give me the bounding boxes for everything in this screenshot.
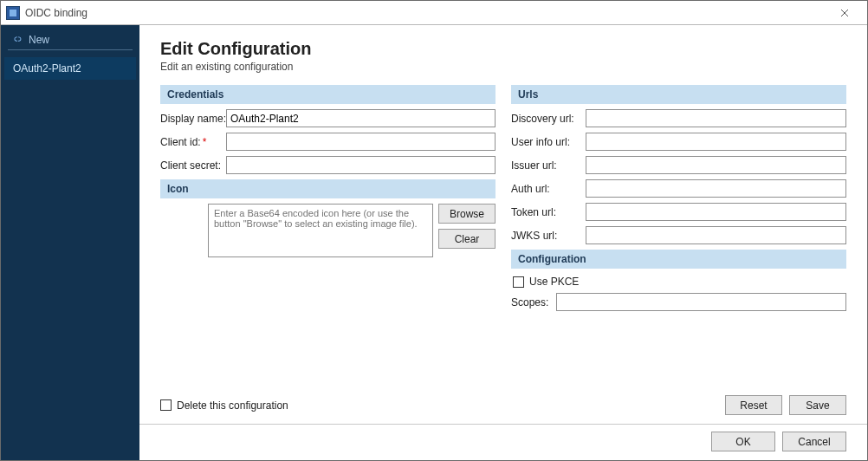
row-use-pkce[interactable]: Use PKCE: [511, 274, 846, 293]
main: Edit Configuration Edit an existing conf…: [139, 25, 867, 460]
client-id-label: Client id:*: [160, 136, 226, 148]
scopes-label: Scopes:: [511, 296, 556, 308]
page-title: Edit Configuration: [160, 39, 846, 59]
userinfo-url-label: User info url:: [511, 136, 586, 148]
titlebar: OIDC binding: [1, 1, 867, 25]
icon-row: Browse Clear: [208, 204, 496, 257]
sidebar: New OAuth2-Plant2: [1, 25, 139, 460]
use-pkce-label: Use PKCE: [529, 276, 579, 288]
clear-button[interactable]: Clear: [438, 229, 496, 249]
issuer-url-label: Issuer url:: [511, 159, 586, 172]
section-credentials-header: Credentials: [160, 85, 496, 104]
required-marker: *: [203, 136, 207, 148]
auth-url-input[interactable]: [586, 179, 846, 198]
token-url-input[interactable]: [586, 203, 846, 221]
sidebar-new-link[interactable]: New: [8, 30, 133, 50]
close-icon: [840, 9, 849, 17]
icon-buttons: Browse Clear: [438, 204, 496, 249]
auth-url-label: Auth url:: [511, 183, 586, 195]
link-icon: [11, 33, 23, 45]
mid-right: Reset Save: [725, 395, 846, 415]
discovery-url-label: Discovery url:: [511, 113, 586, 125]
section-icon-header: Icon: [160, 179, 496, 198]
row-client-secret: Client secret:: [160, 156, 496, 174]
userinfo-url-input[interactable]: [586, 133, 846, 151]
mid-left: Delete this configuration: [160, 399, 725, 412]
client-secret-label: Client secret:: [160, 159, 226, 172]
sidebar-item-oauth2-plant2[interactable]: OAuth2-Plant2: [4, 57, 136, 80]
issuer-url-input[interactable]: [586, 156, 846, 174]
row-scopes: Scopes:: [511, 293, 846, 311]
window-title: OIDC binding: [25, 7, 827, 19]
cancel-button[interactable]: Cancel: [782, 432, 846, 451]
row-icon: Browse Clear: [160, 204, 496, 257]
dialog-window: OIDC binding New OAuth2-Plant2 Edit Conf…: [0, 0, 868, 461]
discovery-url-input[interactable]: [586, 109, 846, 127]
window-close-button[interactable]: [827, 3, 862, 23]
page-subtitle: Edit an existing configuration: [160, 61, 846, 73]
column-left: Credentials Display name: Client id:* Cl…: [160, 85, 496, 316]
body: New OAuth2-Plant2 Edit Configuration Edi…: [1, 25, 867, 460]
section-config-header: Configuration: [511, 250, 846, 269]
columns: Credentials Display name: Client id:* Cl…: [160, 85, 846, 316]
token-url-label: Token url:: [511, 206, 586, 218]
jwks-url-input[interactable]: [586, 226, 846, 244]
row-userinfo-url: User info url:: [511, 133, 846, 151]
save-button[interactable]: Save: [789, 395, 846, 415]
mid-action-bar: Delete this configuration Reset Save: [139, 390, 867, 424]
row-auth-url: Auth url:: [511, 179, 846, 198]
row-issuer-url: Issuer url:: [511, 156, 846, 174]
content: Edit Configuration Edit an existing conf…: [139, 25, 867, 390]
row-jwks-url: JWKS url:: [511, 226, 846, 244]
column-right: Urls Discovery url: User info url: Issue…: [511, 85, 846, 316]
row-discovery-url: Discovery url:: [511, 109, 846, 127]
row-client-id: Client id:*: [160, 133, 496, 151]
row-display-name: Display name:: [160, 109, 496, 127]
sidebar-item-label: OAuth2-Plant2: [13, 62, 81, 75]
icon-base64-textarea[interactable]: [208, 204, 433, 257]
display-name-input[interactable]: [226, 109, 496, 127]
sidebar-new-label: New: [29, 34, 49, 46]
display-name-label: Display name:: [160, 113, 226, 125]
jwks-url-label: JWKS url:: [511, 230, 586, 242]
browse-button[interactable]: Browse: [438, 204, 496, 224]
client-secret-input[interactable]: [226, 156, 496, 174]
reset-button[interactable]: Reset: [725, 395, 782, 415]
app-icon: [6, 6, 20, 20]
row-token-url: Token url:: [511, 203, 846, 221]
use-pkce-checkbox[interactable]: [513, 276, 524, 288]
delete-config-checkbox[interactable]: [160, 399, 172, 411]
section-urls-header: Urls: [511, 85, 846, 104]
scopes-input[interactable]: [556, 293, 846, 311]
footer: OK Cancel: [139, 424, 867, 460]
ok-button[interactable]: OK: [711, 432, 775, 451]
client-id-input[interactable]: [226, 133, 496, 151]
delete-config-label: Delete this configuration: [177, 399, 288, 412]
